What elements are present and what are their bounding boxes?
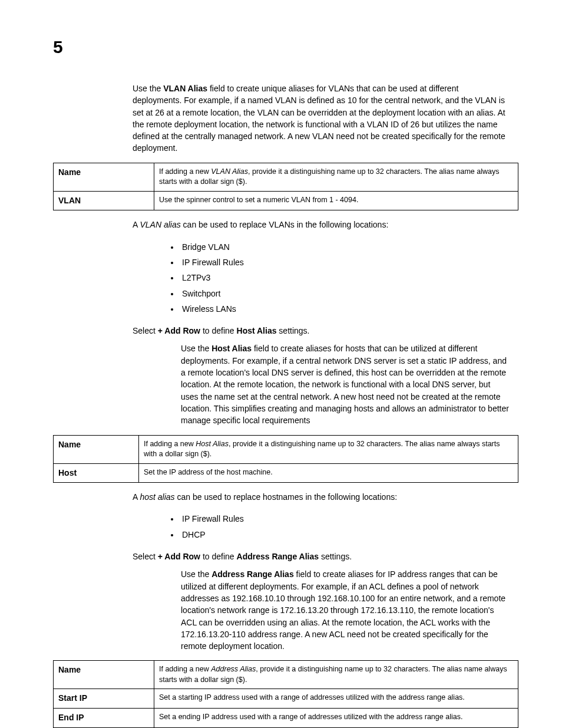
- vlan-locations-list: Bridge VLAN IP Firewall Rules L2TPv3 Swi…: [133, 239, 509, 317]
- cell-label-start-ip: Start IP: [54, 689, 154, 709]
- cell-desc-vlan: Use the spinner control to set a numeric…: [154, 191, 518, 210]
- text: Use the: [133, 84, 163, 93]
- text-italic: VLAN alias: [140, 220, 180, 229]
- cell-desc-name: If adding a new Address Alias, provide i…: [154, 661, 518, 689]
- add-row-term: + Add Row: [158, 326, 200, 335]
- text: If adding a new: [159, 167, 211, 176]
- text: can be used to replace VLANs in the foll…: [181, 220, 389, 229]
- cell-desc-end-ip: Set a ending IP address used with a rang…: [154, 708, 518, 727]
- host-locations-list: IP Firewall Rules DHCP: [133, 511, 509, 542]
- text: field to create unique aliases for VLANs…: [133, 84, 505, 153]
- cell-label-name: Name: [54, 163, 154, 191]
- vlan-alias-term: VLAN Alias: [163, 84, 207, 93]
- list-item: Wireless LANs: [180, 301, 509, 317]
- address-range-select-line: Select + Add Row to define Address Range…: [133, 551, 509, 562]
- text: field to create aliases for hosts that c…: [181, 344, 509, 425]
- address-range-alias-term: Address Range Alias: [211, 569, 294, 579]
- list-item: L2TPv3: [180, 270, 509, 285]
- text-italic: host alias: [140, 492, 174, 502]
- text-italic: Host Alias: [196, 440, 229, 448]
- host-alias-term: Host Alias: [237, 326, 277, 335]
- text: to define: [200, 326, 237, 335]
- text: Select: [133, 552, 158, 561]
- table-row: Start IP Set a starting IP address used …: [54, 689, 518, 709]
- list-item: DHCP: [180, 527, 509, 542]
- address-range-table: Name If adding a new Address Alias, prov…: [53, 660, 518, 727]
- page: 5 Use the VLAN Alias field to create uni…: [0, 0, 562, 728]
- table-row: VLAN Use the spinner control to set a nu…: [54, 191, 518, 210]
- content-body: Use the VLAN Alias field to create uniqu…: [133, 83, 509, 728]
- cell-desc-name: If adding a new Host Alias, provide it a…: [139, 435, 518, 463]
- table-row: Host Set the IP address of the host mach…: [54, 463, 518, 483]
- list-item: IP Firewall Rules: [180, 255, 509, 270]
- table-row: Name If adding a new VLAN Alias, provide…: [54, 163, 518, 191]
- table-row: End IP Set a ending IP address used with…: [54, 708, 518, 727]
- cell-label-host: Host: [54, 463, 139, 483]
- table-row: Name If adding a new Address Alias, prov…: [54, 661, 518, 689]
- cell-desc-host: Set the IP address of the host machine.: [139, 463, 518, 483]
- text: settings.: [319, 552, 352, 561]
- text: field to create aliases for IP address r…: [181, 569, 505, 651]
- cell-label-name: Name: [54, 661, 154, 689]
- cell-desc-start-ip: Set a starting IP address used with a ra…: [154, 689, 518, 709]
- text: can be used to replace hostnames in the …: [175, 492, 397, 502]
- list-item: IP Firewall Rules: [180, 511, 509, 526]
- address-range-alias-term: Address Range Alias: [237, 552, 319, 561]
- text: A: [133, 220, 140, 229]
- vlan-alias-intro: Use the VLAN Alias field to create uniqu…: [133, 83, 509, 154]
- text: Select: [133, 326, 158, 335]
- text: settings.: [276, 326, 309, 335]
- host-alias-intro: Use the Host Alias field to create alias…: [133, 342, 509, 426]
- text: If adding a new: [144, 440, 196, 448]
- cell-label-vlan: VLAN: [54, 191, 154, 210]
- host-alias-term: Host Alias: [211, 344, 252, 353]
- address-range-intro: Use the Address Range Alias field to cre…: [133, 568, 509, 652]
- add-row-term: + Add Row: [158, 552, 200, 561]
- text: Use the: [181, 569, 211, 579]
- text-italic: VLAN Alias: [211, 167, 248, 176]
- text: A: [133, 492, 140, 502]
- text-italic: Address Alias: [211, 665, 256, 673]
- chapter-number: 5: [53, 34, 63, 60]
- table-row: Name If adding a new Host Alias, provide…: [54, 435, 518, 463]
- vlan-alias-table: Name If adding a new VLAN Alias, provide…: [53, 163, 518, 211]
- host-alias-table: Name If adding a new Host Alias, provide…: [53, 435, 518, 483]
- cell-label-end-ip: End IP: [54, 708, 154, 727]
- host-locations-lead: A host alias can be used to replace host…: [133, 491, 509, 503]
- text: If adding a new: [159, 665, 211, 673]
- cell-desc-name: If adding a new VLAN Alias, provide it a…: [154, 163, 518, 191]
- text: Use the: [181, 344, 211, 353]
- list-item: Bridge VLAN: [180, 239, 509, 255]
- host-alias-select-line: Select + Add Row to define Host Alias se…: [133, 325, 509, 337]
- vlan-locations-lead: A VLAN alias can be used to replace VLAN…: [133, 219, 509, 230]
- cell-label-name: Name: [54, 435, 139, 463]
- text: to define: [200, 552, 237, 561]
- list-item: Switchport: [180, 286, 509, 301]
